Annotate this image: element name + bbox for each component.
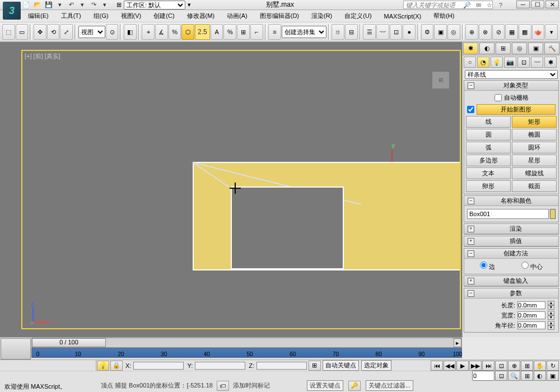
selection-set-dropdown[interactable]: 创建选择集 [282,26,326,38]
redo-drop-icon[interactable]: ▾ [100,1,110,10]
rollout-keyboard-header[interactable]: + 键盘输入 [464,276,558,286]
grid-icon[interactable]: ⊞ [309,361,321,371]
utilities-tab[interactable]: 🔨 [544,43,559,54]
select-rect-icon[interactable]: ▭ [16,24,29,40]
object-name-input[interactable] [467,209,549,219]
corner-up[interactable]: ▲ [548,321,554,325]
menu-maxscript[interactable]: MAXScript(X) [379,12,427,21]
workspace-drop-icon[interactable]: ▾ [188,1,191,8]
render-prod-icon[interactable]: ◎ [447,24,460,40]
render-setup-icon[interactable]: ⚙ [421,24,434,40]
viewcube[interactable]: 前 [432,71,450,89]
menu-create[interactable]: 创建(C) [148,11,180,21]
curve-editor-icon[interactable]: 〰 [376,24,389,40]
current-frame-input[interactable] [472,371,494,381]
trackbar-thumb[interactable] [1,338,31,360]
selected-combo[interactable]: 选定对象 [361,360,391,371]
shape-star-button[interactable]: 星形 [512,155,557,166]
rollout-name-color-header[interactable]: − 名称和颜色 [464,196,558,206]
nav2-icon[interactable]: ⊞ [521,361,533,371]
select-move-icon[interactable]: ✥ [34,24,46,40]
shapes-subtab[interactable]: ◔ [477,57,489,68]
save-icon[interactable]: 💾 [44,1,54,10]
rollout-interp-header[interactable]: + 插值 [464,236,558,246]
shape-section-button[interactable]: 截面 [512,180,557,192]
binoculars-icon[interactable]: 🔎 [463,1,472,10]
menu-view[interactable]: 视图(V) [115,11,147,21]
menu-help[interactable]: 帮助(H) [428,11,460,21]
x-coord-input[interactable] [133,362,184,370]
workspace-dropdown[interactable]: 工作区: 默认 [124,1,185,10]
hierarchy-tab[interactable]: ⊞ [496,43,511,54]
rollout-creation-header[interactable]: − 创建方法 [464,249,558,259]
ref-coord-dropdown[interactable]: 视图 [78,26,105,38]
shape-arc-button[interactable]: 弧 [466,142,511,153]
next-frame-button[interactable]: ▸ [454,338,461,347]
keyfilter-button[interactable]: 关键点过滤器... [366,380,413,391]
maximize-button[interactable]: ☐ [531,1,544,8]
shape-rectangle-button[interactable]: 矩形 [512,116,557,128]
cameras-subtab[interactable]: 📷 [504,57,516,68]
menu-render[interactable]: 渲染(R) [306,11,338,21]
lightbulb-icon[interactable]: 💡 [97,361,109,371]
angle-snap-icon[interactable]: ∡ [155,24,168,40]
schematic-icon[interactable]: ⊡ [390,24,403,40]
render-frame-icon[interactable]: ▣ [434,24,447,40]
snap-grid-icon[interactable]: ⊞ [237,24,250,40]
color-swatch[interactable] [550,209,556,219]
nav4-icon[interactable]: ↻ [547,361,559,371]
undo-icon[interactable]: ↶ [66,1,76,10]
select-scale-icon[interactable]: ⤢ [60,24,73,40]
length-down[interactable]: ▼ [548,305,554,310]
saveas-dropdown-icon[interactable]: ▾ [55,1,65,10]
lights-subtab[interactable]: 💡 [491,57,503,68]
shape-donut-button[interactable]: 圆环 [512,142,557,153]
star-icon[interactable]: ☆ [485,1,494,10]
rollout-render-header[interactable]: + 渲染 [464,224,558,234]
maximize-vp-icon[interactable]: ▣ [547,371,559,381]
help-icon[interactable]: ? [496,1,505,10]
startnew-checkbox[interactable] [467,106,474,113]
zoomall-icon[interactable]: ⊞ [521,371,533,381]
shape-helix-button[interactable]: 螺旋线 [512,167,557,179]
shape-ngon-button[interactable]: 多边形 [466,155,511,166]
material-icon[interactable]: ● [403,24,416,40]
helpers-subtab[interactable]: ⊡ [517,57,530,68]
tool3-icon[interactable]: ⊘ [492,24,505,40]
goto-start-button[interactable]: ⏮ [431,361,443,371]
next-key-button[interactable]: ▶▶ [469,361,482,371]
spinner-snap-icon[interactable]: ⬡ [181,24,194,40]
autokey-button[interactable]: 自动关键点 [323,360,359,371]
width-up[interactable]: ▲ [548,311,554,315]
viewport-label[interactable]: [+] [前] [真实] [25,52,60,60]
add-time-marker-label[interactable]: 添加时间标记 [233,381,270,390]
shape-line-button[interactable]: 线 [466,116,511,128]
z-coord-input[interactable] [256,362,307,370]
track-ruler[interactable]: 0 10 20 30 40 50 60 70 80 90 100 [31,348,462,358]
percent-snap-icon[interactable]: % [169,24,181,40]
pivot-icon[interactable]: ⊙ [106,24,119,40]
comm-center-icon[interactable]: ✉ [474,1,483,10]
layer-icon[interactable]: ☰ [363,24,376,40]
setkey-button[interactable]: 设置关键点 [307,380,343,391]
edge-radio[interactable] [480,262,487,269]
create-tab[interactable]: ✱ [463,43,478,54]
menu-modifiers[interactable]: 修改器(M) [181,11,221,21]
edge-radio-label[interactable]: 边 [480,262,495,271]
workspace-selector[interactable]: ⊞ 工作区: 默认 ▾ [116,1,191,10]
display-tab[interactable]: ▣ [528,43,543,54]
teapot-icon[interactable]: 🫖 [532,24,545,40]
snap-toggle-icon[interactable]: ⌖ [142,24,155,40]
select-object-icon[interactable]: ⬚ [2,24,15,40]
undo-drop-icon[interactable]: ▾ [77,1,87,10]
lock-icon[interactable]: 🔒 [110,361,123,371]
time-slider-handle[interactable]: 0 / 100 [32,338,106,347]
viewport-front[interactable]: [+] [前] [真实] 前 y [21,50,461,329]
menu-edit[interactable]: 编辑(E) [22,11,54,21]
snap-a-icon[interactable]: A [211,24,223,40]
modify-tab[interactable]: ◐ [479,43,494,54]
menu-customize[interactable]: 自定义(U) [339,11,377,21]
select-manip-icon[interactable]: ◧ [124,24,137,40]
redo-icon[interactable]: ↷ [88,1,99,10]
geometry-shape[interactable] [193,162,460,270]
